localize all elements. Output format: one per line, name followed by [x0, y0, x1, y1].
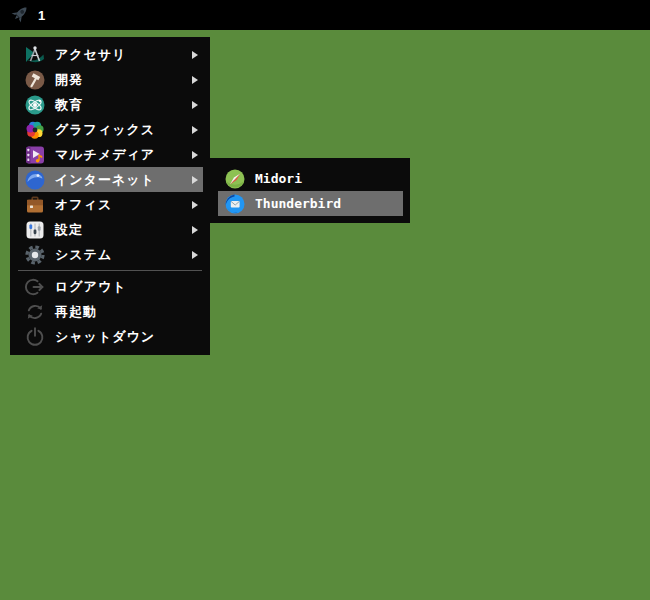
internet-icon	[24, 169, 46, 191]
menu-item-label: 教育	[55, 96, 192, 114]
workspace-indicator[interactable]: 1	[38, 8, 45, 23]
menu-item-accessories[interactable]: アクセサリ	[18, 42, 203, 67]
development-icon	[24, 69, 46, 91]
menu-item-restart[interactable]: 再起動	[18, 299, 203, 324]
menu-item-education[interactable]: 教育	[18, 92, 203, 117]
thunderbird-icon	[224, 193, 246, 215]
submenu-arrow-icon	[192, 201, 198, 209]
menu-item-office[interactable]: オフィス	[18, 192, 203, 217]
menu-item-label: システム	[55, 246, 192, 264]
rocket-icon	[7, 3, 31, 27]
midori-icon	[224, 168, 246, 190]
submenu-arrow-icon	[192, 151, 198, 159]
restart-icon	[24, 301, 46, 323]
menu-item-shutdown[interactable]: シャットダウン	[18, 324, 203, 349]
desktop: 1 アクセサリ	[0, 0, 650, 600]
taskbar: 1	[0, 0, 650, 30]
menu-item-label: オフィス	[55, 196, 192, 214]
submenu-item-thunderbird[interactable]: Thunderbird	[218, 191, 403, 216]
submenu-arrow-icon	[192, 126, 198, 134]
menu-item-label: 設定	[55, 221, 192, 239]
menu-item-label: シャットダウン	[55, 328, 203, 346]
menu-item-label: ログアウト	[55, 278, 203, 296]
applications-menu: アクセサリ 開発	[10, 37, 210, 355]
menu-item-multimedia[interactable]: マルチメディア	[18, 142, 203, 167]
internet-submenu: Midori Thunderbird	[210, 158, 410, 223]
menu-item-label: アクセサリ	[55, 46, 192, 64]
submenu-arrow-icon	[192, 176, 198, 184]
office-icon	[24, 194, 46, 216]
system-icon	[24, 244, 46, 266]
multimedia-icon	[24, 144, 46, 166]
settings-icon	[24, 219, 46, 241]
submenu-arrow-icon	[192, 101, 198, 109]
menu-item-graphics[interactable]: グラフィックス	[18, 117, 203, 142]
submenu-item-label: Thunderbird	[255, 196, 403, 211]
submenu-item-midori[interactable]: Midori	[218, 166, 403, 191]
menu-item-label: 開発	[55, 71, 192, 89]
menu-item-development[interactable]: 開発	[18, 67, 203, 92]
submenu-arrow-icon	[192, 76, 198, 84]
menu-item-settings[interactable]: 設定	[18, 217, 203, 242]
accessories-icon	[24, 44, 46, 66]
menu-launcher-button[interactable]	[7, 3, 31, 27]
menu-item-label: マルチメディア	[55, 146, 192, 164]
submenu-arrow-icon	[192, 226, 198, 234]
submenu-arrow-icon	[192, 51, 198, 59]
graphics-icon	[24, 119, 46, 141]
menu-item-logout[interactable]: ログアウト	[18, 274, 203, 299]
shutdown-icon	[24, 326, 46, 348]
menu-item-label: グラフィックス	[55, 121, 192, 139]
menu-item-label: 再起動	[55, 303, 203, 321]
education-icon	[24, 94, 46, 116]
submenu-arrow-icon	[192, 251, 198, 259]
menu-item-label: インターネット	[55, 171, 192, 189]
menu-item-system[interactable]: システム	[18, 242, 203, 267]
submenu-item-label: Midori	[255, 171, 403, 186]
logout-icon	[24, 276, 46, 298]
menu-item-internet[interactable]: インターネット	[18, 167, 203, 192]
menu-separator	[18, 270, 202, 271]
